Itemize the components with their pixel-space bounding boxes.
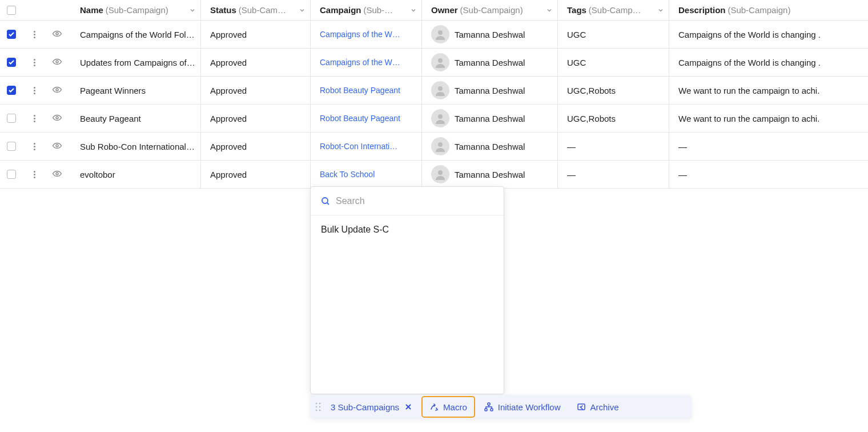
row-campaign-link[interactable]: Robot-Con Internati…	[320, 142, 397, 151]
row-description: Campaigns of the World is changing .	[678, 58, 821, 67]
svg-point-14	[316, 403, 318, 405]
svg-point-16	[316, 406, 318, 408]
row-name-cell[interactable]: Campaigns of the World Follow-Up	[23, 21, 201, 48]
row-status: Approved	[210, 86, 247, 95]
col-desc-label: Description	[678, 5, 726, 15]
svg-point-15	[319, 403, 321, 405]
col-status-label: Status	[210, 5, 236, 15]
row-owner: Tamanna Deshwal	[455, 86, 525, 95]
row-status: Approved	[210, 170, 247, 179]
initiate-workflow-button[interactable]: Initiate Workflow	[476, 395, 569, 419]
avatar	[431, 81, 449, 99]
archive-icon	[577, 402, 586, 411]
row-owner: Tamanna Deshwal	[455, 142, 525, 151]
row-campaign-link[interactable]: Robot Beauty Pageant	[320, 114, 400, 123]
svg-point-19	[319, 410, 321, 411]
row-campaign-cell: Robot-Con Internati…	[311, 133, 422, 160]
column-header-status[interactable]: Status (Sub-Cam…	[201, 0, 311, 20]
row-name-cell[interactable]: Pageant Winners	[23, 77, 201, 104]
row-name-cell[interactable]: Updates from Campaigns of the World	[23, 49, 201, 76]
avatar	[431, 25, 449, 43]
row-status-cell: Approved	[201, 105, 311, 132]
chevron-down-icon	[546, 7, 553, 14]
column-header-name[interactable]: Name (Sub-Campaign)	[23, 0, 201, 20]
row-campaign-link[interactable]: Campaigns of the W…	[320, 58, 400, 67]
chevron-down-icon	[299, 7, 306, 14]
svg-point-7	[438, 114, 443, 119]
row-owner: Tamanna Deshwal	[455, 114, 525, 123]
column-header-tags[interactable]: Tags (Sub-Camp…	[558, 0, 669, 20]
row-name-cell[interactable]: evoltobor	[23, 161, 201, 188]
row-tags-cell: UGC	[558, 21, 669, 48]
row-description-cell: We want to run the campaign to achi.	[669, 77, 868, 104]
archive-button[interactable]: Archive	[569, 395, 627, 419]
row-description-cell: —	[669, 133, 868, 160]
row-checkbox[interactable]	[7, 58, 16, 67]
avatar	[431, 165, 449, 183]
row-campaign-link[interactable]: Robot Beauty Pageant	[320, 86, 400, 95]
selection-count-group: 3 Sub-Campaigns	[323, 395, 420, 419]
row-owner: Tamanna Deshwal	[455, 58, 525, 67]
search-icon	[321, 197, 330, 206]
row-name-cell[interactable]: Sub Robo-Con International 2018	[23, 133, 201, 160]
row-name: Pageant Winners	[80, 86, 146, 95]
macro-icon	[429, 402, 439, 411]
chevron-down-icon	[410, 7, 417, 14]
row-description-cell: —	[669, 161, 868, 188]
svg-rect-20	[488, 403, 490, 405]
row-status: Approved	[210, 114, 247, 123]
svg-line-13	[327, 203, 329, 205]
select-all-checkbox[interactable]	[7, 6, 16, 15]
table-header-row: Name (Sub-Campaign) Status (Sub-Cam… Cam…	[0, 0, 868, 21]
col-campaign-sub: (Sub-…	[363, 5, 393, 15]
row-campaign-link[interactable]: Campaigns of the W…	[320, 30, 400, 39]
row-checkbox[interactable]	[7, 114, 16, 123]
chevron-down-icon	[189, 7, 196, 14]
col-status-sub: (Sub-Cam…	[239, 5, 286, 15]
drag-handle-icon[interactable]	[310, 402, 323, 411]
row-name: evoltobor	[80, 170, 115, 179]
row-checkbox-cell	[0, 133, 23, 160]
row-tags: —	[567, 142, 576, 151]
svg-point-9	[438, 142, 443, 147]
row-description-cell: Campaigns of the World is changing .	[669, 21, 868, 48]
row-campaign-link[interactable]: Back To School	[320, 170, 375, 179]
column-header-campaign[interactable]: Campaign (Sub-…	[311, 0, 422, 20]
clear-selection-icon[interactable]	[404, 403, 412, 411]
row-tags: UGC	[567, 58, 586, 67]
selection-action-bar: 3 Sub-Campaigns Macro Initiate Workflow …	[310, 395, 692, 419]
row-checkbox[interactable]	[7, 142, 16, 151]
row-name: Updates from Campaigns of the World	[80, 58, 196, 67]
row-description: Campaigns of the World is changing .	[678, 30, 821, 39]
row-description-cell: We want to run the campaign to achi.	[669, 105, 868, 132]
table-row: Sub Robo-Con International 2018ApprovedR…	[0, 133, 868, 161]
row-campaign-cell: Campaigns of the W…	[311, 49, 422, 76]
row-status: Approved	[210, 58, 247, 67]
row-tags: —	[567, 170, 576, 179]
row-status-cell: Approved	[201, 161, 311, 188]
row-description: We want to run the campaign to achi.	[678, 86, 819, 95]
macro-item-bulk-update[interactable]: Bulk Update S-C	[311, 215, 504, 244]
row-status: Approved	[210, 30, 247, 39]
column-header-description[interactable]: Description (Sub-Campaign)	[669, 0, 868, 20]
macro-button[interactable]: Macro	[421, 396, 475, 418]
column-header-owner[interactable]: Owner (Sub-Campaign)	[422, 0, 558, 20]
row-checkbox[interactable]	[7, 170, 16, 179]
col-tags-label: Tags	[567, 5, 586, 15]
row-name-cell[interactable]: Beauty Pageant	[23, 105, 201, 132]
row-campaign-cell: Back To School	[311, 161, 422, 188]
svg-rect-22	[491, 409, 493, 411]
row-checkbox-cell	[0, 161, 23, 188]
col-desc-sub: (Sub-Campaign)	[728, 5, 790, 15]
macro-search-input[interactable]	[336, 196, 493, 206]
row-owner: Tamanna Deshwal	[455, 30, 525, 39]
selection-count: 3 Sub-Campaigns	[331, 402, 399, 412]
avatar	[431, 109, 449, 127]
row-checkbox[interactable]	[7, 30, 16, 39]
row-status-cell: Approved	[201, 49, 311, 76]
row-checkbox[interactable]	[7, 86, 16, 95]
row-name: Beauty Pageant	[80, 114, 141, 123]
row-owner-cell: Tamanna Deshwal	[422, 105, 558, 132]
row-checkbox-cell	[0, 21, 23, 48]
workflow-icon	[484, 402, 493, 411]
